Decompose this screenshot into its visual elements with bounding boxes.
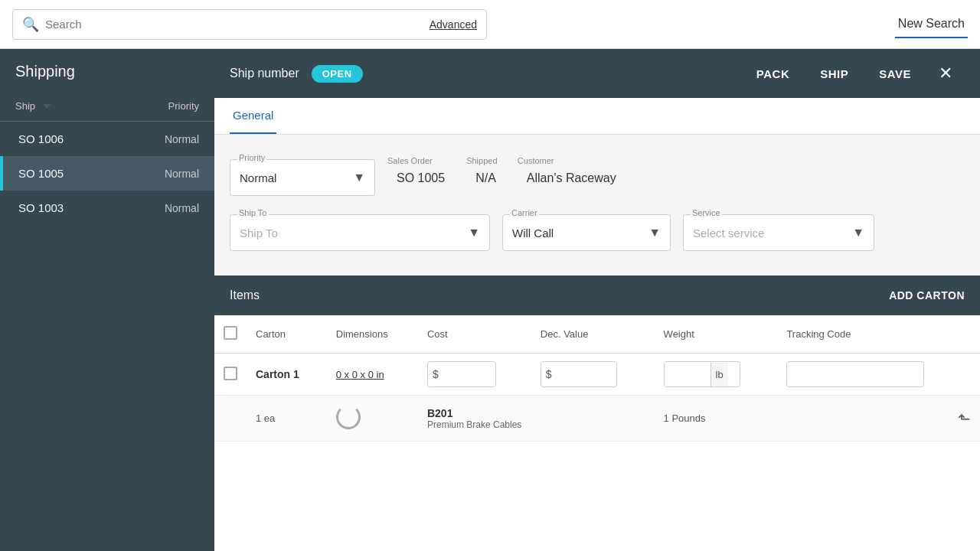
col-header-dec-value: Dec. Value [531, 315, 655, 354]
sort-arrow-icon [43, 104, 51, 109]
sidebar-ship-label: Ship [15, 100, 35, 112]
ship-number-label: Ship number [230, 67, 299, 80]
carrier-dropdown-arrow: ▼ [648, 226, 661, 240]
new-search-button[interactable]: New Search [895, 11, 968, 38]
product-sku: B201 [427, 407, 452, 419]
sidebar-title: Shipping [0, 49, 214, 94]
add-carton-button[interactable]: ADD CARTON [889, 283, 965, 308]
table-header-checkbox [214, 315, 247, 354]
service-placeholder: Select service [693, 227, 764, 240]
shipped-label: Shipped [466, 156, 505, 165]
shipped-value: N/A [466, 168, 505, 185]
close-button[interactable]: ✕ [926, 49, 965, 98]
open-badge: OPEN [312, 65, 363, 83]
service-dropdown[interactable]: Select service ▼ [683, 214, 874, 251]
weight-input-wrap: lb [664, 361, 740, 387]
redirect-icon[interactable]: ⬑ [958, 410, 971, 427]
product-info: B201 Premium Brake Cables [427, 407, 645, 430]
weight-unit: lb [710, 363, 728, 386]
sales-order-label: Sales Order [387, 156, 454, 165]
advanced-link[interactable]: Advanced [430, 18, 477, 31]
main-layout: Shipping Ship Priority SO 1006 Normal SO… [0, 49, 980, 551]
priority-dropdown[interactable]: Normal ▼ [230, 159, 375, 196]
product-description: Premium Brake Cables [427, 419, 645, 430]
col-header-carton: Carton [247, 315, 327, 354]
customer-value: Allan's Raceway [518, 168, 626, 185]
sidebar-col-priority: Priority [107, 100, 199, 112]
items-section: Items ADD CARTON Carton Dimensions Cost … [214, 276, 980, 551]
col-header-tracking-code: Tracking Code [777, 315, 980, 354]
carrier-value: Will Call [512, 227, 554, 240]
ship-to-dropdown[interactable]: Ship To ▼ [230, 214, 490, 251]
items-title: Items [230, 289, 889, 302]
so-priority: Normal [165, 133, 199, 145]
items-table: Carton Dimensions Cost Dec. Value Weight… [214, 315, 980, 442]
header-actions: PACK SHIP SAVE ✕ [741, 49, 965, 98]
ship-to-dropdown-arrow: ▼ [468, 226, 480, 240]
service-dropdown-arrow: ▼ [852, 226, 864, 240]
weight-input[interactable] [665, 362, 710, 386]
col-header-weight: Weight [655, 315, 778, 354]
customer-label: Customer [518, 156, 626, 165]
carrier-label: Carrier [510, 208, 539, 217]
form-row-2: Ship To Ship To ▼ Carrier Will Call ▼ [230, 208, 965, 251]
so-number: SO 1003 [18, 201, 165, 214]
so-priority: Normal [165, 202, 199, 214]
search-icon: 🔍 [22, 16, 39, 33]
sidebar-col-ship: Ship [15, 100, 107, 112]
content-header: Ship number OPEN PACK SHIP SAVE ✕ [214, 49, 980, 98]
dec-value-dollar-sign: $ [541, 362, 557, 386]
tabs-bar: General [214, 98, 980, 135]
carton-name: Carton 1 [256, 368, 299, 380]
dimension-link[interactable]: 0 x 0 x 0 in [336, 369, 384, 380]
tracking-code-input[interactable] [786, 361, 924, 387]
so-priority: Normal [165, 168, 199, 180]
sidebar-item-so1003[interactable]: SO 1003 Normal [0, 191, 214, 225]
carton-row: Carton 1 0 x 0 x 0 in $ [214, 354, 980, 396]
tab-general[interactable]: General [230, 98, 276, 134]
ship-to-label: Ship To [237, 208, 269, 217]
sidebar-header-row: Ship Priority [0, 94, 214, 122]
save-button[interactable]: SAVE [864, 49, 926, 98]
cost-input[interactable] [443, 362, 489, 386]
so-number: SO 1005 [18, 167, 165, 180]
dec-value-input[interactable] [557, 363, 610, 386]
sidebar-item-so1006[interactable]: SO 1006 Normal [0, 122, 214, 156]
pack-button[interactable]: PACK [741, 49, 805, 98]
product-qty: 1 ea [256, 412, 275, 424]
content-area: Ship number OPEN PACK SHIP SAVE ✕ Genera… [214, 49, 980, 551]
priority-label: Priority [237, 153, 266, 162]
sidebar: Shipping Ship Priority SO 1006 Normal SO… [0, 49, 214, 551]
carton-checkbox[interactable] [224, 367, 237, 380]
form-row-1: Priority Normal ▼ Sales Order SO 1005 Sh… [230, 153, 965, 196]
items-header: Items ADD CARTON [214, 276, 980, 315]
sidebar-item-so1005[interactable]: SO 1005 Normal [0, 156, 214, 191]
select-all-checkbox[interactable] [224, 326, 237, 340]
product-weight: 1 Pounds [664, 412, 706, 424]
form-area: Priority Normal ▼ Sales Order SO 1005 Sh… [214, 135, 980, 276]
search-area: 🔍 Advanced [12, 9, 487, 40]
col-header-dimensions: Dimensions [327, 315, 418, 354]
so-number: SO 1006 [18, 132, 165, 145]
cost-dollar-sign: $ [428, 362, 443, 386]
carrier-dropdown[interactable]: Will Call ▼ [502, 214, 671, 251]
loading-spinner [336, 405, 361, 429]
ship-button[interactable]: SHIP [805, 49, 864, 98]
top-bar: 🔍 Advanced New Search [0, 0, 980, 49]
priority-value: Normal [240, 171, 276, 184]
product-row: 1 ea B201 Premium Brake Cables [214, 396, 980, 442]
sales-order-value: SO 1005 [387, 168, 454, 185]
col-header-cost: Cost [418, 315, 531, 354]
priority-dropdown-arrow: ▼ [353, 171, 365, 184]
search-input[interactable] [45, 18, 275, 31]
service-label: Service [691, 208, 722, 217]
ship-to-placeholder: Ship To [240, 227, 278, 240]
